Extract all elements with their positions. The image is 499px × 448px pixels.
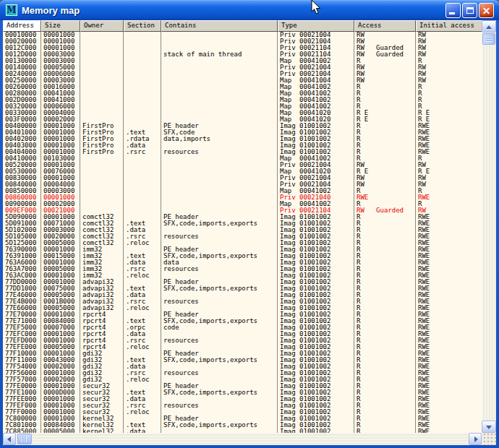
table-row[interactable]: 002D000000041000Map 00041002RR — [3, 97, 482, 103]
horizontal-scroll-thumb[interactable] — [17, 434, 32, 444]
table-row[interactable]: 77E6600000005000advapi32.relocImag 01001… — [3, 305, 482, 311]
column-header-section[interactable]: Section — [124, 20, 161, 32]
table-row[interactable]: 0085000000003000Map 00041002RR — [3, 188, 482, 194]
cell-address: 5D091000 — [3, 220, 41, 227]
table-row[interactable]: 0053000000076000Map 00041020R ER E — [3, 168, 482, 175]
table-row[interactable]: 77DD100000075000advapi32.textSFX,code,im… — [3, 285, 482, 292]
table-row[interactable]: 77EFC00000001000rpcrt4.dataImag 01001002… — [3, 331, 482, 337]
minimize-button[interactable] — [445, 3, 461, 18]
scroll-right-button[interactable] — [469, 433, 482, 445]
cell-type: Imag 01001002 — [278, 305, 354, 311]
titlebar[interactable]: M Memory map — [0, 0, 499, 20]
table-row[interactable]: 77F1000000001000gdi32PE headerImag 01001… — [3, 350, 482, 357]
table-row[interactable]: 77FEF00000001000secur32.rsrcresourcesIma… — [3, 402, 482, 409]
close-button[interactable] — [479, 3, 494, 18]
cell-size: 00075000 — [41, 285, 80, 292]
table-row[interactable]: 0041000000103000Map 00041002RR — [3, 155, 482, 162]
column-header-contains[interactable]: Contains — [161, 20, 278, 32]
table-row[interactable]: 0040300000001000FirstPro.dataImag 010010… — [3, 142, 482, 149]
table-row[interactable]: 0040200000001000FirstPro.rdatadata,impor… — [3, 136, 482, 142]
table-row[interactable]: 0026000000016000Map 00041002RR — [3, 84, 482, 90]
table-row[interactable]: 5D10500000020000comctl32.rsrcresourcesIm… — [3, 233, 482, 240]
table-row[interactable]: 77E4B0000001B000advapi32.rsrcresourcesIm… — [3, 298, 482, 305]
table-row[interactable]: 0032000000006000Map 00041002RR — [3, 103, 482, 110]
maximize-button[interactable] — [462, 3, 477, 18]
table-row[interactable]: 77FE000000001000secur32PE headerImag 010… — [3, 383, 482, 389]
table-row[interactable]: 77FE10000000D000secur32.textSFX,code,imp… — [3, 389, 482, 396]
column-header-type[interactable]: Type — [278, 20, 354, 32]
scroll-left-button[interactable] — [3, 433, 16, 445]
table-row[interactable]: 003F000000002000Map 00041020R ER E — [3, 116, 482, 123]
table-row[interactable]: 5D09000000001000comctl32PE headerImag 01… — [3, 214, 482, 220]
table-row[interactable]: 0052000000001000Priv 00021004RWRW — [3, 162, 482, 168]
table-row[interactable]: 7C80000000001000kernel32PE headerImag 01… — [3, 415, 482, 422]
cell-type: Imag 01001002 — [278, 422, 354, 428]
cell-address: 77F54000 — [3, 363, 41, 370]
scroll-up-button[interactable] — [482, 20, 496, 33]
table-row[interactable]: 0086000000001000Priv 00021040RWERWE — [3, 194, 482, 201]
column-header-initial[interactable]: Initial access — [416, 20, 482, 32]
table-row[interactable]: 0014000000005000Priv 00021004RWRW — [3, 64, 482, 71]
table-row[interactable]: 0040100000001000FirstPro.textSFX,codeIma… — [3, 129, 482, 136]
table-row[interactable]: 0002000000001000Priv 00021004RWRW — [3, 38, 482, 45]
table-row[interactable]: 0040000000001000FirstProPE headerImag 01… — [3, 123, 482, 129]
table-row[interactable]: 0012D00000003000stack of main threadPriv… — [3, 51, 482, 58]
cell-type: Imag 01001002 — [278, 220, 354, 227]
table-row[interactable]: 7639000000001000imm32PE headerImag 01001… — [3, 246, 482, 253]
table-row[interactable]: 77E4600000005000advapi32.dataImag 010010… — [3, 292, 482, 298]
table-row[interactable]: 0001000000001000Priv 00021004RWRW — [3, 32, 482, 38]
resize-grip[interactable] — [482, 433, 496, 445]
table-row[interactable]: 0040400000001000FirstPro.rsrcresourcesIm… — [3, 149, 482, 155]
table-row[interactable]: 77F5600000001000gdi32.rsrcresourcesImag … — [3, 370, 482, 376]
cell-contains: code — [161, 324, 278, 331]
table-row[interactable]: 0090000000002000Map 00041002RR — [3, 201, 482, 207]
table-row[interactable]: 763AC00000001000imm32.relocImag 01001002… — [3, 272, 482, 279]
cell-size: 00003000 — [41, 77, 80, 84]
table-row[interactable]: 0025000000003000Map 00041004RWRW — [3, 77, 482, 84]
vertical-scroll-thumb[interactable] — [482, 33, 495, 45]
table-row[interactable]: 77F1100000043000gdi32.textSFX,code,impor… — [3, 357, 482, 363]
table-row[interactable]: 77FEE00000001000secur32.dataImag 0100100… — [3, 396, 482, 402]
cell-address: 00403000 — [3, 142, 41, 149]
cell-initial: RWE — [416, 331, 482, 337]
table-row[interactable]: 009EF00000021000Priv 00021104RW GuardedR… — [3, 207, 482, 214]
cell-size: 00016000 — [41, 84, 80, 90]
table-row[interactable]: 0012C00000001000Priv 00021104RW GuardedR… — [3, 45, 482, 51]
table-row[interactable]: 5D12500000005000comctl32.relocImag 01001… — [3, 240, 482, 246]
cell-type: Imag 01001002 — [278, 227, 354, 233]
column-header-size[interactable]: Size — [41, 20, 80, 32]
table-row[interactable]: 0024000000006000Priv 00021004RWRW — [3, 71, 482, 77]
cell-address: 00401000 — [3, 129, 41, 136]
table-row[interactable]: 0028000000041000Map 00041002RR — [3, 90, 482, 97]
table-row[interactable]: 763A700000005000imm32.rsrcresourcesImag … — [3, 266, 482, 272]
table-row[interactable]: 77E7000000001000rpcrt4PE headerImag 0100… — [3, 311, 482, 318]
horizontal-scrollbar[interactable] — [3, 433, 482, 445]
table-row[interactable]: 77EF500000007000rpcrt4.orpccodeImag 0100… — [3, 324, 482, 331]
table-row[interactable]: 763A600000001000imm32.datadataImag 01001… — [3, 259, 482, 266]
table-row[interactable]: 7C80100000084000kernel32.textSFX,code,im… — [3, 422, 482, 428]
table-row[interactable]: 77EFD00000001000rpcrt4.rsrcresourcesImag… — [3, 337, 482, 344]
table-row[interactable]: 0084000000004000Priv 00021004RWRW — [3, 181, 482, 188]
table-row[interactable]: 77F5700000002000gdi32.relocImag 01001002… — [3, 376, 482, 383]
scroll-down-button[interactable] — [482, 421, 496, 433]
cell-owner — [80, 71, 124, 77]
table-row[interactable]: 5D10200000003000comctl32.dataImag 010010… — [3, 227, 482, 233]
cell-contains: resources — [161, 298, 278, 305]
table-row[interactable]: 7639100000015000imm32.textSFX,code,impor… — [3, 253, 482, 259]
table-row[interactable]: 0083000000001000Priv 00021004RWRW — [3, 175, 482, 181]
table-row[interactable]: 5D09100000071000comctl32.textSFX,code,im… — [3, 220, 482, 227]
cell-section: .orpc — [124, 324, 161, 331]
table-row[interactable]: 77E7100000084000rpcrt4.textSFX,code,impo… — [3, 318, 482, 324]
vertical-scrollbar[interactable] — [482, 20, 496, 433]
column-header-address[interactable]: Address — [3, 20, 41, 32]
table-row[interactable]: 77F5400000002000gdi32.dataImag 01001002R… — [3, 363, 482, 370]
table-row[interactable]: 0013000000003000Map 00041002RR — [3, 58, 482, 64]
cell-address: 763A7000 — [3, 266, 41, 272]
table-row[interactable]: 77EFE00000005000rpcrt4.relocImag 0100100… — [3, 344, 482, 350]
table-row[interactable]: 77DD000000001000advapi32PE headerImag 01… — [3, 279, 482, 285]
cell-access: R — [354, 201, 416, 207]
column-header-access[interactable]: Access — [354, 20, 416, 32]
table-row[interactable]: 77FF000000001000secur32.relocImag 010010… — [3, 409, 482, 415]
table-row[interactable]: 0033000000004000Map 00041020R ER E — [3, 110, 482, 116]
column-header-owner[interactable]: Owner — [80, 20, 124, 32]
